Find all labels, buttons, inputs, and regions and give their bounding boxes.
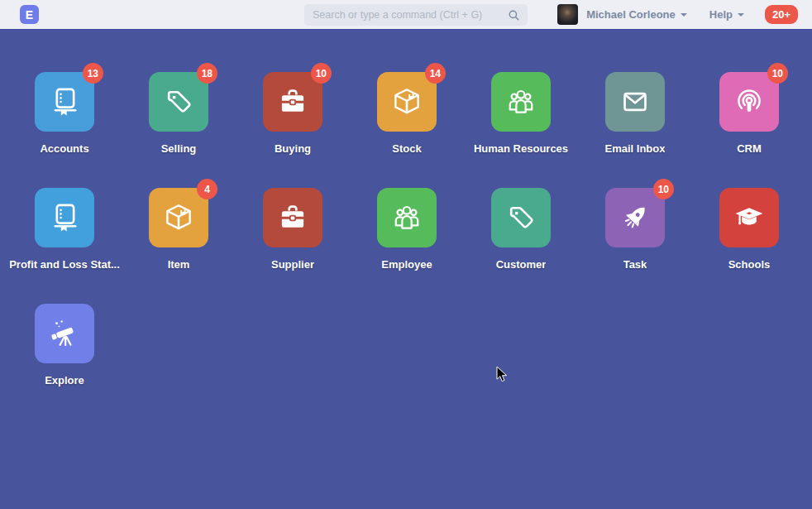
search-input[interactable]	[304, 9, 508, 21]
notification-count-badge: 10	[311, 63, 332, 84]
module-buying[interactable]: 10Buying	[236, 72, 350, 188]
module-label: Buying	[275, 142, 311, 155]
people-icon	[389, 200, 424, 235]
notification-count-badge: 18	[197, 63, 217, 84]
people-icon	[504, 84, 538, 119]
box-icon	[389, 84, 424, 119]
app-logo[interactable]: E	[20, 5, 39, 24]
tag-icon	[161, 84, 196, 119]
module-email-inbox[interactable]: Email Inbox	[578, 72, 692, 188]
module-label: Selling	[161, 142, 197, 155]
module-employee[interactable]: Employee	[350, 188, 464, 304]
module-label: Profit and Loss Stat...	[9, 258, 120, 271]
envelope-icon	[618, 84, 652, 119]
user-menu[interactable]: Michael Corleone	[586, 8, 676, 21]
module-task[interactable]: 10Task	[578, 188, 692, 304]
module-label: Stock	[392, 142, 421, 155]
module-label: Task	[623, 258, 647, 271]
telescope-icon	[47, 316, 82, 351]
notification-count-badge: 10	[653, 179, 674, 199]
notification-count-badge: 14	[425, 63, 446, 84]
module-explore[interactable]: Explore	[7, 304, 122, 420]
module-tile[interactable]	[35, 304, 94, 363]
tag-icon	[504, 200, 538, 235]
notification-count-badge: 4	[197, 179, 217, 199]
notification-count-badge: 13	[83, 63, 103, 84]
module-stock[interactable]: 14Stock	[350, 72, 464, 188]
module-tile[interactable]	[719, 188, 779, 247]
module-label: Customer	[496, 258, 547, 271]
module-label: Human Resources	[474, 142, 568, 155]
briefcase-icon	[275, 84, 310, 119]
help-menu[interactable]: Help	[709, 8, 733, 21]
module-label: Item	[168, 258, 190, 271]
module-tile[interactable]	[491, 72, 551, 132]
briefcase-icon	[275, 200, 310, 235]
module-label: CRM	[737, 142, 762, 155]
notifications-badge[interactable]: 20+	[765, 5, 798, 24]
module-tile[interactable]: 18	[149, 72, 208, 132]
podcast-person-icon	[732, 84, 767, 119]
module-schools[interactable]: Schools	[692, 188, 806, 304]
module-label: Email Inbox	[605, 142, 666, 155]
module-label: Employee	[381, 258, 432, 271]
module-accounts[interactable]: 13Accounts	[7, 72, 122, 188]
module-tile[interactable]	[263, 188, 322, 247]
module-label: Explore	[45, 374, 84, 387]
book-icon	[47, 84, 82, 119]
module-tile[interactable]: 10	[605, 188, 665, 247]
box-icon	[161, 200, 196, 235]
module-grid: 13Accounts18Selling10Buying14StockHuman …	[7, 72, 806, 420]
book-icon	[47, 200, 82, 235]
module-customer[interactable]: Customer	[464, 188, 578, 304]
module-tile[interactable]: 10	[263, 72, 322, 132]
module-tile[interactable]: 10	[719, 72, 779, 132]
module-human-resources[interactable]: Human Resources	[464, 72, 578, 188]
global-search-bar[interactable]	[304, 4, 528, 26]
module-label: Supplier	[271, 258, 314, 271]
chevron-down-icon	[681, 13, 687, 17]
module-tile[interactable]	[491, 188, 551, 247]
module-label: Accounts	[40, 142, 88, 155]
chevron-down-icon	[738, 13, 744, 17]
user-avatar[interactable]	[557, 4, 578, 25]
module-tile[interactable]	[377, 188, 437, 247]
notification-count-badge: 10	[767, 63, 788, 84]
module-item[interactable]: 4Item	[122, 188, 236, 304]
module-selling[interactable]: 18Selling	[122, 72, 236, 188]
rocket-icon	[618, 200, 652, 235]
module-label: Schools	[728, 258, 771, 271]
module-tile[interactable]	[35, 188, 94, 247]
graduation-cap-icon	[732, 200, 767, 235]
top-navbar: E Michael Corleone Help 20+	[0, 0, 812, 30]
navbar-right-group: Michael Corleone Help 20+	[557, 0, 798, 29]
module-tile[interactable]: 13	[35, 72, 94, 132]
search-icon	[508, 9, 520, 22]
module-tile[interactable]: 14	[377, 72, 437, 132]
module-tile[interactable]: 4	[149, 188, 208, 247]
module-profit-and-loss-stat[interactable]: Profit and Loss Stat...	[7, 188, 122, 304]
module-supplier[interactable]: Supplier	[236, 188, 350, 304]
module-crm[interactable]: 10CRM	[692, 72, 806, 188]
module-tile[interactable]	[605, 72, 665, 132]
